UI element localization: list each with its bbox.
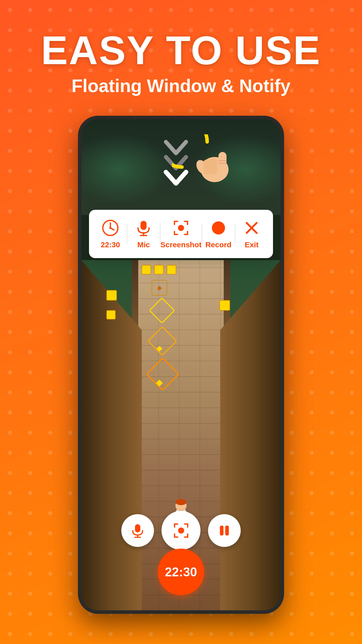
toolbar-item-record[interactable]: Record xyxy=(202,219,235,249)
svg-rect-3 xyxy=(210,158,217,175)
float-mic-button[interactable] xyxy=(121,514,154,547)
mic-icon xyxy=(134,219,153,237)
phone-screen: 22:30 Mic xyxy=(81,119,281,610)
sub-title: Floating Window & Notify xyxy=(20,75,342,96)
game-bottom-area: ◆ ◆ ◆ xyxy=(81,260,281,610)
svg-point-15 xyxy=(212,221,225,234)
screenshot-icon xyxy=(172,219,190,237)
svg-point-33 xyxy=(175,499,187,505)
phone-mockup: 22:30 Mic xyxy=(78,116,284,614)
toolbar-item-screenshot[interactable]: Screenshot xyxy=(160,219,201,249)
float-timer-value: 22:30 xyxy=(165,565,197,579)
svg-rect-2 xyxy=(218,152,227,172)
svg-line-10 xyxy=(110,228,114,230)
floating-toolbar: 22:30 Mic xyxy=(89,210,273,258)
float-pause-button[interactable] xyxy=(208,514,241,547)
hand-pointing-icon xyxy=(172,134,242,205)
float-timer-button[interactable]: 22:30 xyxy=(158,549,204,595)
wall-right xyxy=(220,260,281,610)
main-title: EASY TO USE xyxy=(20,30,342,70)
svg-rect-41 xyxy=(225,526,229,535)
svg-rect-11 xyxy=(141,221,147,230)
record-icon xyxy=(209,219,228,237)
phone-frame: 22:30 Mic xyxy=(78,116,284,614)
game-top-area xyxy=(81,119,281,215)
wall-left xyxy=(81,260,142,610)
record-label: Record xyxy=(205,240,231,249)
clock-icon xyxy=(101,219,119,237)
screenshot-label: Screenshot xyxy=(160,240,201,249)
mic-label: Mic xyxy=(137,240,150,249)
exit-label: Exit xyxy=(245,240,258,249)
svg-rect-4 xyxy=(203,159,210,175)
exit-icon xyxy=(243,219,261,237)
toolbar-item-exit[interactable]: Exit xyxy=(235,219,268,249)
floating-controls xyxy=(121,511,241,550)
svg-rect-40 xyxy=(220,526,223,535)
float-record-button[interactable] xyxy=(162,511,201,550)
toolbar-item-timer: 22:30 xyxy=(94,219,127,249)
timer-value: 22:30 xyxy=(101,240,120,249)
toolbar-item-mic[interactable]: Mic xyxy=(127,219,160,249)
svg-rect-36 xyxy=(135,524,140,532)
header-section: EASY TO USE Floating Window & Notify xyxy=(0,0,362,111)
svg-point-39 xyxy=(178,528,184,534)
hand-circle-icon xyxy=(172,134,242,200)
svg-point-14 xyxy=(178,225,184,231)
